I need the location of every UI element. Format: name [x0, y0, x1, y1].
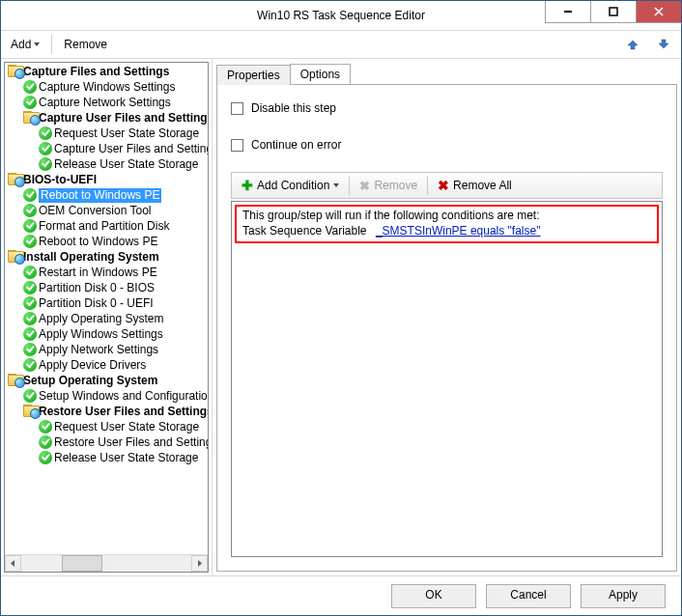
tree-item[interactable]: Partition Disk 0 - UEFI — [7, 295, 208, 311]
horizontal-scrollbar[interactable] — [5, 554, 208, 572]
close-button[interactable] — [636, 1, 681, 23]
remove-condition-button[interactable]: ✖ Remove — [354, 175, 423, 196]
tree-group-bios-uefi[interactable]: BIOS-to-UEFI — [7, 172, 208, 187]
continue-on-error-label: Continue on error — [251, 138, 341, 152]
toolbar-separator — [427, 176, 428, 195]
plus-icon: ✚ — [242, 179, 253, 192]
tree-item[interactable]: Capture Network Settings — [7, 95, 208, 110]
cancel-button[interactable]: Cancel — [486, 584, 571, 608]
minimize-button[interactable] — [545, 1, 590, 23]
toolbar-separator — [349, 176, 350, 195]
task-sequence-tree[interactable]: Capture Files and Settings Capture Windo… — [5, 63, 208, 554]
tree-item[interactable]: Apply Operating System — [7, 311, 208, 326]
x-icon: ✖ — [438, 178, 449, 193]
tree-item[interactable]: Apply Windows Settings — [7, 326, 208, 342]
chevron-down-icon — [333, 183, 339, 187]
conditions-header: This group/step will run if the followin… — [241, 209, 653, 224]
remove-button[interactable]: Remove — [58, 32, 113, 57]
condition-row[interactable]: Task Sequence Variable _SMSTSInWinPE equ… — [241, 224, 653, 238]
add-label: Add — [11, 38, 31, 51]
tree-item[interactable]: Partition Disk 0 - BIOS — [7, 280, 208, 295]
ok-button[interactable]: OK — [391, 584, 476, 608]
tree-item[interactable]: Release User State Storage — [7, 156, 208, 172]
svg-marker-4 — [11, 560, 14, 567]
tree-item[interactable]: Reboot to Windows PE — [7, 234, 208, 249]
tree-group-restore-user[interactable]: Restore User Files and Settings — [7, 404, 208, 419]
tree-item[interactable]: Format and Partition Disk — [7, 218, 208, 234]
tree-group-capture[interactable]: Capture Files and Settings — [7, 64, 208, 79]
tree-item[interactable]: Request User State Storage — [7, 126, 208, 141]
tree-item[interactable]: Capture Windows Settings — [7, 79, 208, 95]
tree-group-setup-os[interactable]: Setup Operating System — [7, 373, 208, 388]
svg-marker-5 — [198, 560, 202, 567]
move-down-button[interactable] — [650, 32, 677, 57]
tree-item[interactable]: Apply Device Drivers — [7, 357, 208, 373]
remove-all-conditions-button[interactable]: ✖ Remove All — [432, 175, 518, 196]
toolbar-separator — [51, 35, 52, 54]
tree-item[interactable]: Request User State Storage — [7, 419, 208, 434]
scroll-right-arrow[interactable] — [191, 555, 208, 572]
tab-properties[interactable]: Properties — [216, 65, 291, 85]
disable-step-checkbox[interactable] — [231, 102, 243, 115]
tree-item[interactable]: Restart in Windows PE — [7, 265, 208, 280]
chevron-down-icon — [34, 42, 40, 46]
scroll-track[interactable] — [21, 555, 191, 572]
scroll-left-arrow[interactable] — [5, 555, 21, 572]
tree-item[interactable]: Setup Windows and Configuration — [7, 388, 208, 404]
tree-item[interactable]: OEM Conversion Tool — [7, 203, 208, 218]
tree-item-selected[interactable]: Reboot to Windows PE — [7, 187, 208, 203]
apply-button[interactable]: Apply — [581, 584, 666, 608]
tree-group-capture-user[interactable]: Capture User Files and Settings — [7, 110, 208, 126]
conditions-list[interactable]: This group/step will run if the followin… — [231, 201, 663, 557]
tree-item[interactable]: Apply Network Settings — [7, 342, 208, 357]
condition-value-link[interactable]: _SMSTSInWinPE equals "false" — [376, 224, 541, 238]
add-button[interactable]: Add — [5, 32, 45, 57]
continue-on-error-checkbox[interactable] — [231, 139, 243, 152]
remove-label: Remove — [64, 38, 107, 51]
tree-item[interactable]: Capture User Files and Settings — [7, 141, 208, 156]
highlight-box: This group/step will run if the followin… — [235, 205, 659, 243]
maximize-button[interactable] — [590, 1, 636, 23]
condition-type-label: Task Sequence Variable — [242, 224, 367, 238]
add-condition-button[interactable]: ✚ Add Condition — [236, 175, 345, 196]
tree-item[interactable]: Restore User Files and Settings — [7, 434, 208, 450]
tree-group-install-os[interactable]: Install Operating System — [7, 249, 208, 265]
scroll-thumb[interactable] — [62, 555, 102, 572]
move-up-button[interactable] — [619, 32, 646, 57]
tab-options[interactable]: Options — [290, 64, 351, 84]
x-icon: ✖ — [359, 179, 370, 193]
svg-rect-1 — [610, 8, 617, 15]
tree-item[interactable]: Release User State Storage — [7, 450, 208, 465]
disable-step-label: Disable this step — [251, 101, 336, 115]
